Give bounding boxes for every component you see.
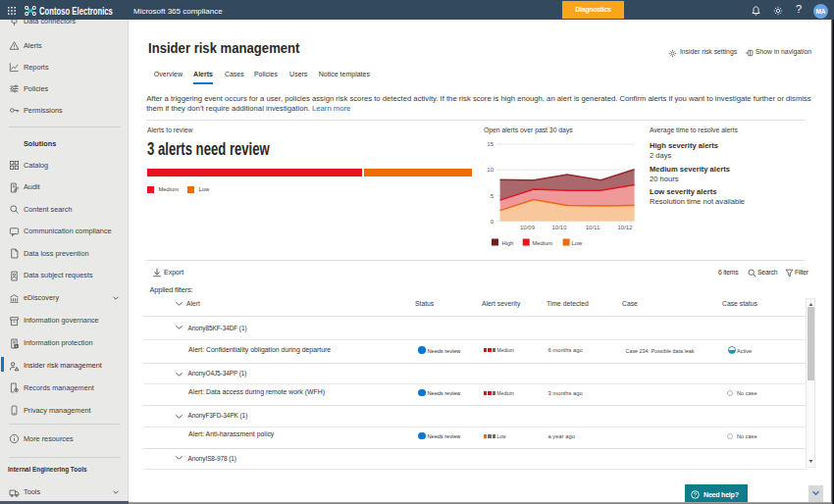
- svg-text:5: 5: [491, 193, 495, 199]
- svg-text:10/10: 10/10: [551, 225, 567, 230]
- svg-text:15: 15: [487, 141, 494, 147]
- svg-text:10/12: 10/12: [617, 225, 633, 230]
- svg-text:Medium: Medium: [533, 240, 553, 246]
- svg-text:0: 0: [491, 219, 495, 225]
- svg-text:High: High: [502, 240, 514, 246]
- svg-text:10/09: 10/09: [520, 225, 536, 230]
- svg-text:10/11: 10/11: [586, 225, 600, 230]
- svg-text:10: 10: [487, 167, 494, 173]
- svg-text:Low: Low: [572, 240, 583, 246]
